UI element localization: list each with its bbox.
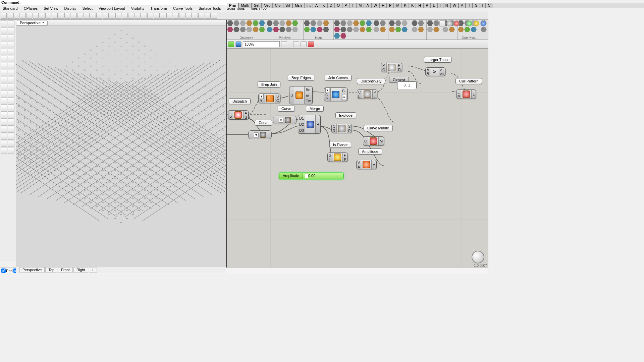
sidetool-13[interactable] (8, 63, 14, 69)
ghtab-28[interactable]: A (459, 3, 466, 8)
ribbon-icon[interactable] (279, 20, 285, 26)
sidetool-26[interactable] (1, 112, 7, 119)
ghtab-10[interactable]: D (327, 3, 335, 8)
open-icon[interactable] (228, 41, 234, 47)
ghtab-16[interactable]: W (371, 3, 379, 8)
ghtab-18[interactable]: P (387, 3, 394, 8)
toolbar-btn-1[interactable] (7, 13, 13, 19)
ball5-icon[interactable] (480, 20, 486, 26)
ribbon-icon[interactable] (233, 26, 239, 33)
sidetool-19[interactable] (8, 84, 14, 90)
sidetool-1[interactable] (8, 20, 14, 27)
toolbar-btn-29[interactable] (185, 13, 192, 19)
ribbon-icon[interactable] (373, 20, 379, 26)
dispatch-node[interactable]: LPAB (228, 110, 249, 120)
ribbon-icon[interactable] (253, 26, 259, 33)
ribbon-icon[interactable] (401, 20, 408, 26)
ball1-icon[interactable] (446, 20, 452, 26)
ghtab-23[interactable]: P (423, 3, 430, 8)
toolbar-btn-8[interactable] (52, 13, 58, 19)
ribbon-icon[interactable] (427, 26, 433, 33)
ghtab-19[interactable]: M (394, 3, 401, 8)
sidetool-14[interactable] (1, 70, 7, 76)
ghtab-31[interactable]: I (480, 3, 486, 8)
sidetool-22[interactable] (1, 98, 7, 105)
chevron-down-icon[interactable]: ▼ (42, 21, 45, 24)
ghtab-12[interactable]: P (342, 3, 349, 8)
vptab-top[interactable]: Top (45, 267, 57, 273)
menu-select[interactable]: Select (81, 6, 94, 11)
zoom-combo[interactable]: 138% (243, 41, 280, 47)
toolbar-btn-31[interactable] (198, 13, 204, 19)
ribbon-icon[interactable] (334, 33, 340, 39)
ghtab-17[interactable]: H (379, 3, 387, 8)
sidetool-36[interactable] (1, 147, 7, 154)
toolbar-btn-18[interactable] (115, 13, 121, 19)
osnap-end[interactable]: End (1, 268, 13, 273)
toolbar-btn-27[interactable] (173, 13, 179, 19)
slider-handle[interactable] (305, 174, 308, 178)
cull-node[interactable]: LPL (456, 89, 476, 99)
ghtab-14[interactable]: M (356, 3, 364, 8)
sidetool-2[interactable] (1, 27, 7, 34)
ribbon-icon[interactable] (449, 26, 455, 33)
ghtab-20[interactable]: K (402, 3, 409, 8)
toolbar-btn-7[interactable] (45, 13, 51, 19)
ribbon-icon[interactable] (259, 20, 265, 26)
zoom-extents-icon[interactable] (281, 41, 287, 47)
ribbon-icon[interactable] (418, 20, 424, 26)
toolbar-btn-16[interactable] (103, 13, 109, 19)
ghtab-32[interactable]: C (486, 3, 488, 8)
ribbon-icon[interactable] (292, 26, 298, 33)
wireframe-icon[interactable] (301, 41, 307, 47)
menu-display[interactable]: Display (63, 6, 77, 11)
ribbon-icon[interactable] (253, 20, 259, 26)
sidetool-4[interactable] (1, 35, 7, 41)
ribbon-icon[interactable] (317, 20, 323, 26)
menu-standard[interactable]: Standard (1, 6, 19, 11)
ghtab-7[interactable]: Int (304, 3, 313, 8)
toolbar-btn-25[interactable] (160, 13, 166, 19)
ribbon-icon[interactable] (471, 26, 477, 33)
toolbar-btn-0[interactable] (1, 13, 7, 19)
ribbon-icon[interactable] (259, 26, 265, 33)
shaded-icon[interactable] (439, 20, 445, 26)
merge-node[interactable]: D1D2D3R (298, 115, 321, 134)
toolbar-btn-21[interactable] (135, 13, 141, 19)
ribbon-icon[interactable] (366, 20, 372, 26)
ghtab-26[interactable]: N (443, 3, 450, 8)
toolbar-btn-32[interactable] (205, 13, 211, 19)
ribbon-icon[interactable] (373, 26, 379, 33)
brepedges-node[interactable]: BEnEiEm (289, 86, 313, 104)
ribbon-icon[interactable] (433, 26, 439, 33)
ribbon-icon[interactable] (292, 20, 298, 26)
ribbon-icon[interactable] (233, 20, 239, 26)
closest-node[interactable]: PGPD (381, 63, 402, 72)
sidetool-7[interactable] (8, 42, 14, 48)
sidetool-34[interactable] (1, 140, 7, 147)
sidetool-24[interactable] (1, 105, 7, 112)
sidetool-31[interactable] (8, 126, 14, 133)
toolbar-btn-28[interactable] (179, 13, 185, 19)
toolbar-btn-13[interactable] (84, 13, 90, 19)
ghtab-27[interactable]: W (450, 3, 459, 8)
discontinuity-node[interactable]: CLPt (357, 89, 377, 99)
ghtab-15[interactable]: A (364, 3, 371, 8)
ribbon-icon[interactable] (267, 26, 273, 33)
toolbar-btn-17[interactable] (109, 13, 115, 19)
compass-icon[interactable] (472, 251, 484, 263)
ribbon-icon[interactable] (246, 26, 252, 33)
ghtab-25[interactable]: I (437, 3, 443, 8)
ribbon-icon[interactable] (246, 20, 252, 26)
toolbar-btn-3[interactable] (20, 13, 26, 19)
panel-value[interactable]: 0.1 (397, 81, 417, 89)
toolbar-btn-19[interactable] (122, 13, 128, 19)
ghtab-6[interactable]: Msh (292, 3, 304, 8)
ghtab-22[interactable]: H (416, 3, 423, 8)
sidetool-16[interactable] (1, 77, 7, 83)
ribbon-icon[interactable] (310, 26, 316, 33)
curvemiddle-node[interactable]: CM (363, 136, 384, 146)
menu-visibility[interactable]: Visibility (130, 6, 146, 11)
ribbon-icon[interactable] (395, 26, 401, 33)
ghtab-2[interactable]: Set (252, 3, 262, 8)
